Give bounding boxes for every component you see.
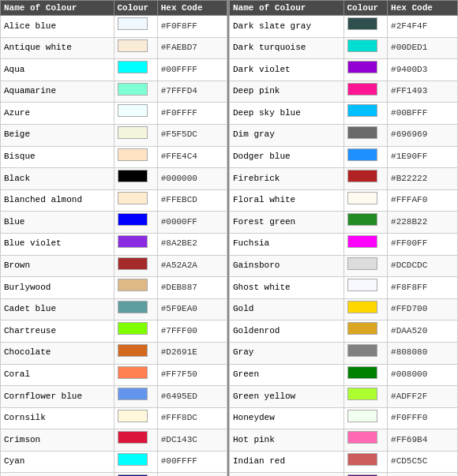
color-swatch [118,257,148,270]
table-row: Cyan#00FFFF [1,451,227,473]
color-swatch [118,301,148,313]
hex-code: #5F9EA0 [157,298,227,320]
table-row: Chocolate#D2691E [1,342,227,364]
table-row: Firebrick#B22222 [230,168,458,190]
color-name: Gold [230,298,344,320]
color-swatch-cell [344,298,388,320]
color-swatch-cell [114,168,157,190]
table-row: Burlywood#DEB887 [1,277,227,299]
color-name: Hot pink [230,429,344,452]
table-row: Deep pink#FF1493 [230,81,458,103]
color-name: Dodger blue [230,146,344,168]
hex-code: #FF7F50 [157,364,227,386]
color-swatch [347,431,377,444]
color-swatch-cell [114,386,157,408]
hex-code: #2F4F4F [388,16,458,38]
color-name: Cyan [1,451,114,473]
color-name: Green [230,364,344,386]
color-swatch [118,170,148,182]
right-color-table: Name of Colour Colour Hex Code Dark slat… [229,0,458,476]
color-swatch [118,366,148,379]
table-row: Cornflower blue#6495ED [1,386,227,408]
table-row: Beige#F5F5DC [1,124,227,146]
table-row: Blue#0000FF [1,212,227,234]
right-table-container: Name of Colour Colour Hex Code Dark slat… [229,0,458,476]
color-swatch [118,279,148,291]
table-row: Black#000000 [1,168,227,190]
color-swatch-cell [344,212,388,234]
color-swatch-cell [344,37,388,59]
right-header-name: Name of Colour [230,1,344,16]
color-swatch [347,170,377,182]
color-swatch [347,213,377,226]
table-row: Honeydew#F0FFF0 [230,407,458,429]
hex-code: #FFEBCD [157,189,227,212]
color-name: Burlywood [1,277,114,299]
table-row: Goldenrod#DAA520 [230,320,458,343]
hex-code: #ADFF2F [388,386,458,408]
color-name: Black [1,168,114,190]
table-row: Deep sky blue#00BFFF [230,103,458,125]
color-name: Blue [1,212,114,234]
hex-code: #F8F8FF [388,277,458,299]
hex-code: #FF1493 [388,81,458,103]
color-swatch [347,366,377,379]
color-name: Cornflower blue [1,386,114,408]
right-header-hex: Hex Code [388,1,458,16]
hex-code: #8A2BE2 [157,233,227,255]
color-swatch-cell [114,473,157,476]
color-swatch [347,279,377,291]
color-name: Dark blue [1,473,114,476]
hex-code: #696969 [388,124,458,146]
table-row: Azure#F0FFFF [1,103,227,125]
color-swatch-cell [344,451,388,473]
hex-code: #DC143C [157,429,227,452]
color-swatch-cell [344,168,388,190]
table-row: Cadet blue#5F9EA0 [1,298,227,320]
color-name: Firebrick [230,168,344,190]
table-row: Dodger blue#1E90FF [230,146,458,168]
color-swatch-cell [114,407,157,429]
color-swatch [118,61,148,73]
right-header-colour: Colour [344,1,388,16]
table-row: Indigo#4B0082 [230,473,458,476]
left-header-name: Name of Colour [1,1,114,16]
hex-code: #F5F5DC [157,124,227,146]
color-name: Azure [1,103,114,125]
table-row: Dim gray#696969 [230,124,458,146]
hex-code: #000000 [157,168,227,190]
color-name: Deep sky blue [230,103,344,125]
color-swatch-cell [344,255,388,277]
color-swatch-cell [114,146,157,168]
hex-code: #F0FFFF [157,103,227,125]
table-row: Gainsboro#DCDCDC [230,255,458,277]
table-row: Floral white#FFFAF0 [230,189,458,212]
color-swatch-cell [344,189,388,212]
color-swatch-cell [344,59,388,81]
color-name: Dark turquoise [230,37,344,59]
table-row: Gray#808080 [230,342,458,364]
color-swatch-cell [344,473,388,476]
table-row: Cornsilk#FFF8DC [1,407,227,429]
color-name: Aquamarine [1,81,114,103]
hex-code: #008000 [388,364,458,386]
hex-code: #7FFFD4 [157,81,227,103]
color-swatch-cell [344,342,388,364]
color-swatch [347,192,377,204]
color-name: Honeydew [230,407,344,429]
table-row: Antique white#FAEBD7 [1,37,227,59]
table-row: Hot pink#FF69B4 [230,429,458,452]
color-name: Blanched almond [1,189,114,212]
table-row: Dark turquoise#00DED1 [230,37,458,59]
color-swatch [118,431,148,444]
table-row: Dark blue#00008B [1,473,227,476]
color-name: Cadet blue [1,298,114,320]
color-swatch-cell [114,364,157,386]
color-swatch [118,388,148,400]
table-row: Alice blue#F0F8FF [1,16,227,38]
color-name: Aqua [1,59,114,81]
color-swatch-cell [114,451,157,473]
color-name: Forest green [230,212,344,234]
table-row: Aqua#00FFFF [1,59,227,81]
color-swatch-cell [114,277,157,299]
